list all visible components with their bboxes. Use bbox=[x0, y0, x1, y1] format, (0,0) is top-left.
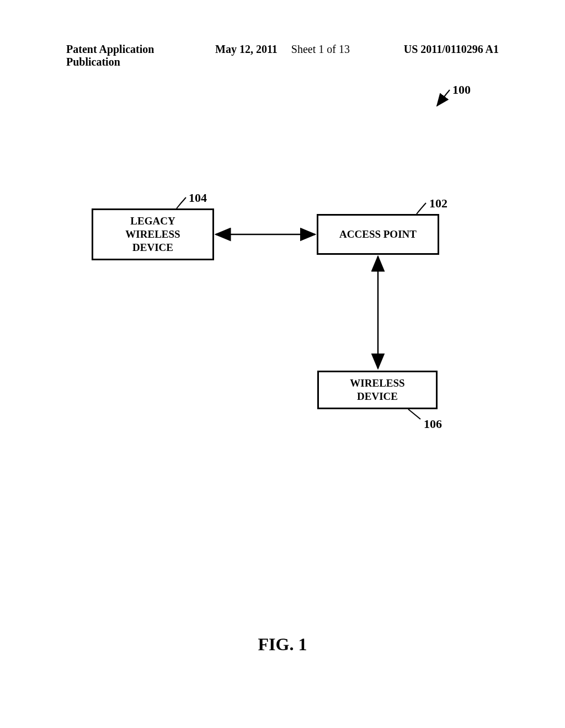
wireless-device-box: WIRELESS DEVICE bbox=[317, 371, 438, 409]
system-reference-label: 100 bbox=[452, 83, 471, 97]
access-point-box: ACCESS POINT bbox=[317, 214, 439, 255]
figure-caption: FIG. 1 bbox=[0, 634, 565, 655]
wd-box-line2: DEVICE bbox=[357, 390, 398, 403]
ap-reference-label: 102 bbox=[429, 196, 447, 211]
wd-reference-label: 106 bbox=[424, 417, 442, 431]
legacy-box-line1: LEGACY bbox=[130, 215, 175, 228]
ap-box-line1: ACCESS POINT bbox=[339, 228, 417, 241]
legacy-reference-label: 104 bbox=[189, 191, 207, 205]
legacy-box-line2: WIRELESS bbox=[125, 228, 180, 241]
diagram-container: 100 LEGACY WIRELESS DEVICE 104 ACCESS PO… bbox=[0, 0, 565, 728]
diagram-svg bbox=[0, 0, 565, 728]
legacy-box-line3: DEVICE bbox=[132, 241, 173, 254]
wd-box-line1: WIRELESS bbox=[350, 377, 404, 390]
legacy-wireless-device-box: LEGACY WIRELESS DEVICE bbox=[92, 208, 214, 260]
